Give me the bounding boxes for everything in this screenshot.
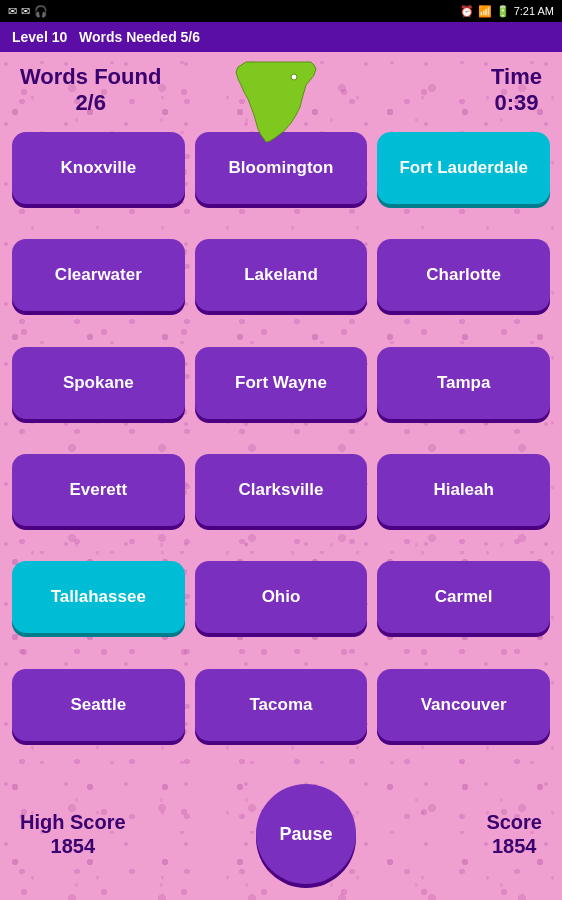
florida-map: [226, 57, 336, 151]
high-score-value: 1854: [20, 834, 126, 858]
word-button-tampa[interactable]: Tampa: [377, 347, 550, 419]
word-button-carmel[interactable]: Carmel: [377, 561, 550, 633]
word-button-hialeah[interactable]: Hialeah: [377, 454, 550, 526]
word-button-fort-lauderdale[interactable]: Fort Lauderdale: [377, 132, 550, 204]
words-found-value: 2/6: [20, 90, 161, 116]
words-needed-label: Words Needed 5/6: [79, 29, 200, 45]
word-button-lakeland[interactable]: Lakeland: [195, 239, 368, 311]
msg-icon: ✉: [8, 5, 17, 18]
word-button-vancouver[interactable]: Vancouver: [377, 669, 550, 741]
status-right-info: ⏰ 📶 🔋 7:21 AM: [460, 5, 554, 18]
game-area: Words Found 2/6 Time 0:39 KnoxvilleBloom…: [0, 52, 562, 900]
word-button-charlotte[interactable]: Charlotte: [377, 239, 550, 311]
headphone-icon: 🎧: [34, 5, 48, 18]
high-score-label: High Score: [20, 810, 126, 834]
words-found-display: Words Found 2/6: [20, 64, 161, 117]
bottom-bar: High Score 1854 Pause Score 1854: [0, 776, 562, 900]
word-button-knoxville[interactable]: Knoxville: [12, 132, 185, 204]
status-bar: ✉ ✉ 🎧 ⏰ 📶 🔋 7:21 AM: [0, 0, 562, 22]
word-button-clearwater[interactable]: Clearwater: [12, 239, 185, 311]
word-grid: KnoxvilleBloomingtonFort LauderdaleClear…: [0, 117, 562, 776]
stats-row: Words Found 2/6 Time 0:39: [0, 52, 562, 117]
word-button-everett[interactable]: Everett: [12, 454, 185, 526]
time-display: Time 0:39: [491, 64, 542, 117]
score-label: Score: [486, 810, 542, 834]
svg-point-0: [291, 74, 297, 80]
word-button-fort-wayne[interactable]: Fort Wayne: [195, 347, 368, 419]
wifi-icon: 📶: [478, 5, 492, 18]
word-button-ohio[interactable]: Ohio: [195, 561, 368, 633]
score-display: Score 1854: [486, 810, 542, 858]
word-button-tallahassee[interactable]: Tallahassee: [12, 561, 185, 633]
time-value: 0:39: [491, 90, 542, 116]
time-label: Time: [491, 64, 542, 90]
top-bar: Level 10 Words Needed 5/6: [0, 22, 562, 52]
status-left-icons: ✉ ✉ 🎧: [8, 5, 48, 18]
high-score-display: High Score 1854: [20, 810, 126, 858]
clock-display: 7:21 AM: [514, 5, 554, 17]
alarm-icon: ⏰: [460, 5, 474, 18]
word-button-clarksville[interactable]: Clarksville: [195, 454, 368, 526]
word-button-tacoma[interactable]: Tacoma: [195, 669, 368, 741]
pause-label: Pause: [279, 824, 332, 845]
score-value: 1854: [486, 834, 542, 858]
email-icon: ✉: [21, 5, 30, 18]
word-button-seattle[interactable]: Seattle: [12, 669, 185, 741]
battery-icon: 🔋: [496, 5, 510, 18]
words-found-label: Words Found: [20, 64, 161, 90]
pause-button[interactable]: Pause: [256, 784, 356, 884]
word-button-spokane[interactable]: Spokane: [12, 347, 185, 419]
level-label: Level 10: [12, 29, 67, 45]
